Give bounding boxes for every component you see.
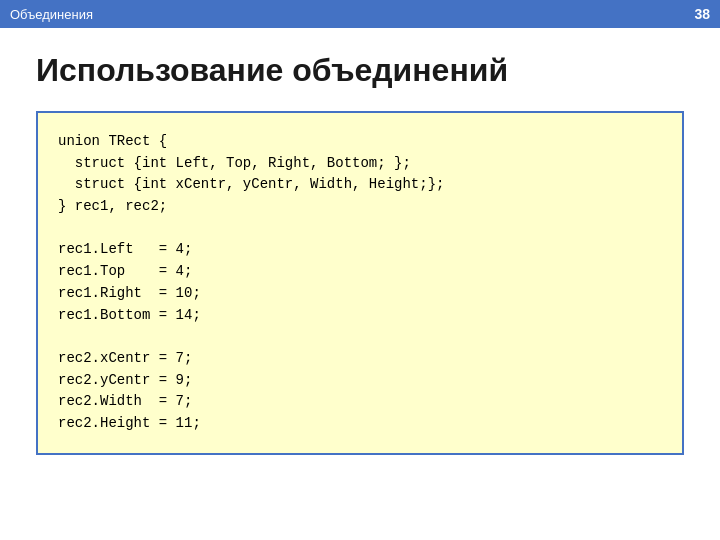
header-bar: Объединения 38 bbox=[0, 0, 720, 28]
header-title: Объединения bbox=[10, 7, 93, 22]
page-title: Использование объединений bbox=[36, 52, 684, 89]
slide-content: Использование объединений union TRect { … bbox=[0, 28, 720, 475]
code-block: union TRect { struct {int Left, Top, Rig… bbox=[36, 111, 684, 455]
slide-number: 38 bbox=[694, 6, 710, 22]
